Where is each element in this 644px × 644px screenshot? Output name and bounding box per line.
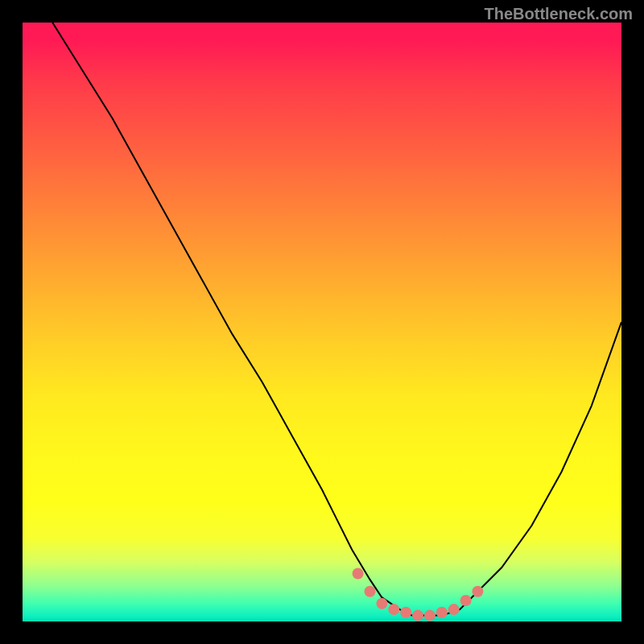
optimal-dot xyxy=(448,604,460,615)
optimal-range-dots xyxy=(353,568,484,621)
optimal-dot xyxy=(400,607,411,618)
optimal-dot xyxy=(424,610,436,621)
optimal-dot xyxy=(365,586,376,597)
watermark-text: TheBottleneck.com xyxy=(485,5,633,23)
optimal-dot xyxy=(388,604,399,615)
optimal-dot xyxy=(472,586,483,597)
optimal-dot xyxy=(353,568,364,580)
optimal-dot xyxy=(436,607,448,618)
chart-svg xyxy=(23,23,621,621)
optimal-dot xyxy=(460,595,472,606)
bottleneck-curve xyxy=(52,23,621,616)
optimal-dot xyxy=(376,598,387,609)
optimal-dot xyxy=(412,610,423,621)
plot-area xyxy=(23,23,621,621)
